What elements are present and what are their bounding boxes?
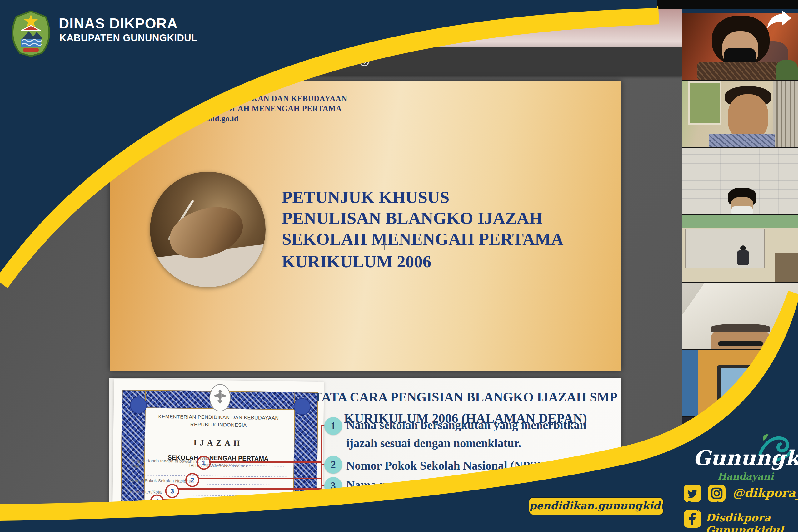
fit-page-icon[interactable] <box>338 56 350 68</box>
item-number-3: 3 <box>324 477 342 495</box>
gunungkidul-crest-icon <box>7 10 54 57</box>
slide-title-line4: KURIKULUM 2006 <box>282 251 431 272</box>
red-connector-line <box>179 488 321 490</box>
writing-hand-photo <box>150 172 266 287</box>
participant-video-5[interactable] <box>682 282 798 350</box>
participant-video-2[interactable] <box>682 80 798 148</box>
brand-tagline: Handayani <box>718 471 774 482</box>
cert-marker-4: 4 <box>150 494 164 509</box>
pdf-toolbar: 12 / 55 − 100% + <box>0 48 682 76</box>
ministry-line2: DIREKTORAT SEKOLAH MENENGAH PERTAMA <box>154 104 342 113</box>
ijazah-certificate-image: KEMENTERIAN PENDIDIKAN DAN KEBUDAYAAN RE… <box>112 379 324 532</box>
sidebar-top-strip <box>656 0 798 9</box>
cert-marker-2: 2 <box>185 473 200 487</box>
cert-marker-3: 3 <box>165 484 179 498</box>
item-text-3-line1: Nama nomenklatur kabupaten/kota*) ( <box>346 476 545 494</box>
participant-video-4[interactable] <box>682 214 798 283</box>
page-separator: / <box>228 55 230 69</box>
zoom-level-input[interactable]: 100% <box>276 55 303 69</box>
rotate-icon[interactable] <box>358 56 370 68</box>
slide-title-line1: PETUNJUK KHUSUS <box>282 187 449 208</box>
cert-field-label: Nomor Pokok Sekolah Nasional <box>130 478 192 483</box>
cert-field-label: Yang bertanda tangan di bawah ini, Kepal… <box>131 458 202 469</box>
zoom-in-button[interactable]: + <box>309 54 315 67</box>
share-arrow-icon[interactable] <box>765 9 793 32</box>
facebook-icon[interactable] <box>684 510 701 528</box>
item-text-2: Nomor Pokok Sekolah Nasional (NPSN) <box>346 456 549 475</box>
brand-name: Gunungkidul <box>693 446 798 470</box>
ministry-line1: KEMENTERIAN PENDIDIKAN DAN KEBUDAYAAN <box>154 94 347 103</box>
org-name: DINAS DIKPORA <box>59 15 178 32</box>
app-window: 12 / 55 − 100% + <box>0 0 798 532</box>
cert-field-label: Kabupaten/Kota <box>130 489 162 495</box>
cert-note: menerangkan bahwa <box>234 501 275 507</box>
item-text-1-line2: ijazah sesuai dengan nomenklatur. <box>346 434 521 452</box>
red-connector-line <box>321 425 323 500</box>
toolbar-divider <box>327 56 327 68</box>
toolbar-divider <box>252 56 252 68</box>
zoom-out-button[interactable]: − <box>262 54 268 66</box>
item-number-1: 1 <box>324 417 342 435</box>
text-cursor <box>384 242 385 250</box>
org-subtitle: KABUPATEN GUNUNGKIDUL <box>59 33 198 44</box>
social-handle[interactable]: @dikpora_gk <box>732 486 798 500</box>
ministry-line3: ditsmp.kemdikbud.go.id <box>154 114 239 123</box>
cert-field-label: Provinsi <box>130 500 146 505</box>
garuda-emblem-icon <box>209 384 231 412</box>
facebook-name[interactable]: Disdikpora Gunungkidul <box>706 511 798 532</box>
participant-video-6[interactable] <box>682 349 798 417</box>
red-connector-line <box>163 499 266 500</box>
slide2-heading-line1: TATA CARA PENGISIAN BLANGKO IJAZAH SMP <box>309 386 622 408</box>
page-number-input[interactable]: 12 <box>207 55 224 69</box>
page-total: 55 <box>234 55 243 69</box>
presentation-slide-title: KEMENTERIAN PENDIDIKAN DAN KEBUDAYAAN DI… <box>110 80 621 371</box>
slide-title-line3: SEKOLAH MENENGAH PERTAMA <box>282 229 564 249</box>
item-text-3-line2: mencoret) me <box>346 494 416 512</box>
participant-video-3[interactable] <box>682 147 798 215</box>
item-text-1-line1: Nama sekolah bersangkutan yang menerbitk… <box>346 416 586 434</box>
tut-wuri-handayani-logo-icon <box>117 89 149 144</box>
red-connector-line <box>199 478 321 479</box>
website-banner[interactable]: pendidikan.gunungkidulkab.go.id <box>529 497 664 515</box>
item-number-2: 2 <box>324 456 342 474</box>
red-connector-line <box>209 461 321 463</box>
slide-title-line2: PENULISAN BLANGKO IJAZAH <box>282 208 542 229</box>
